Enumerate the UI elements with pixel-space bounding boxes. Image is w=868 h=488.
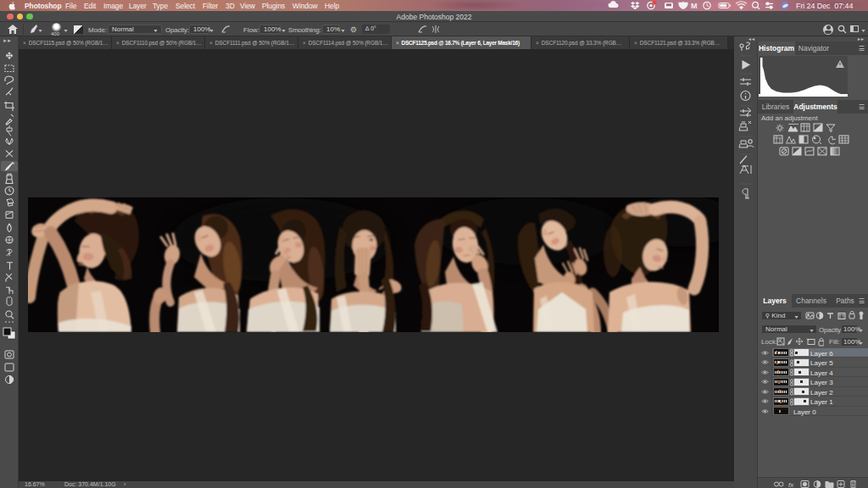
svg-text:fx: fx bbox=[788, 481, 794, 488]
svg-text:M: M bbox=[691, 2, 698, 10]
